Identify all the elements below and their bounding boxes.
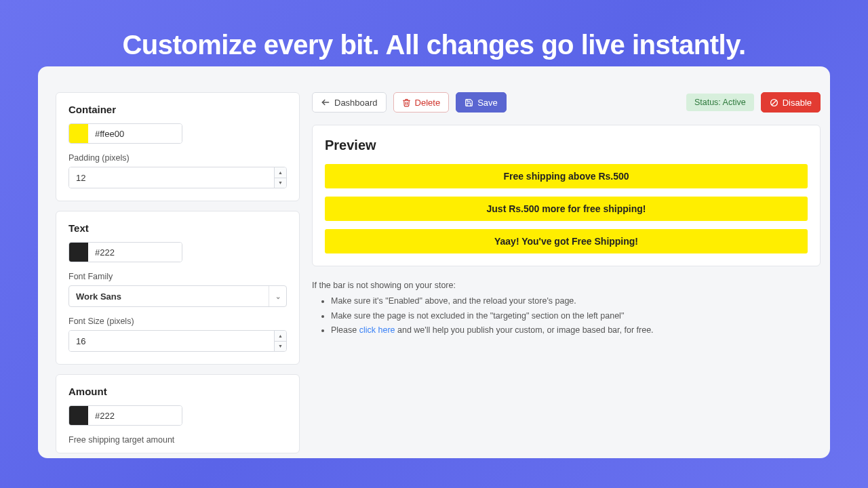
trash-icon [402, 98, 411, 107]
dashboard-button[interactable]: Dashboard [312, 92, 387, 113]
preview-title: Preview [325, 138, 808, 153]
amount-color-field[interactable] [68, 405, 182, 426]
panel-title-container: Container [68, 104, 287, 115]
panel-container: Container Padding (pixels) ▲ ▼ [56, 92, 300, 201]
font-size-label: Font Size (pixels) [68, 317, 287, 326]
target-amount-label: Free shipping target amount [68, 435, 287, 445]
text-color-input[interactable] [88, 243, 182, 262]
amount-color-swatch[interactable] [69, 406, 88, 425]
save-label: Save [477, 98, 498, 108]
app-card: Container Padding (pixels) ▲ ▼ Text [38, 66, 830, 458]
preview-bar: Yaay! You've got Free Shipping! [325, 229, 808, 253]
container-color-field[interactable] [68, 123, 182, 144]
preview-bar: Just Rs.500 more for free shipping! [325, 197, 808, 221]
text-color-swatch[interactable] [69, 243, 88, 262]
help-item: Make sure it's "Enabled" above, and the … [331, 294, 821, 308]
amount-color-input[interactable] [88, 406, 182, 425]
chevron-down-icon: ⌄ [269, 286, 286, 306]
font-size-step-down[interactable]: ▼ [275, 342, 286, 352]
disable-label: Disable [783, 98, 812, 108]
save-icon [465, 98, 473, 107]
help-text: If the bar is not showing on your store:… [312, 279, 821, 338]
font-family-label: Font Family [68, 272, 287, 281]
help-item: Make sure the page is not excluded in th… [331, 309, 821, 323]
help-intro: If the bar is not showing on your store: [312, 279, 821, 293]
font-family-value: Work Sans [76, 291, 121, 302]
container-color-swatch[interactable] [69, 124, 88, 143]
help-link[interactable]: click here [359, 325, 395, 335]
main-area: Dashboard Delete Save Status: Active [312, 76, 821, 449]
font-size-field[interactable]: ▲ ▼ [68, 330, 287, 352]
container-color-input[interactable] [88, 124, 182, 143]
preview-bar: Free shipping above Rs.500 [325, 164, 808, 188]
panel-title-amount: Amount [68, 386, 287, 397]
svg-line-2 [772, 100, 776, 105]
text-color-field[interactable] [68, 242, 182, 262]
font-size-input[interactable] [69, 331, 274, 351]
padding-field[interactable]: ▲ ▼ [68, 167, 287, 188]
disable-icon [770, 98, 778, 107]
status-badge: Status: Active [686, 94, 754, 111]
arrow-left-icon [321, 98, 330, 107]
panel-text: Text Font Family Work Sans ⌄ Font Size (… [56, 211, 300, 365]
panel-amount: Amount Free shipping target amount [56, 374, 300, 453]
delete-label: Delete [415, 98, 441, 108]
save-button[interactable]: Save [456, 92, 507, 113]
preview-card: Preview Free shipping above Rs.500 Just … [312, 125, 821, 266]
font-size-step-up[interactable]: ▲ [275, 331, 286, 342]
settings-sidebar: Container Padding (pixels) ▲ ▼ Text [47, 76, 300, 449]
padding-step-up[interactable]: ▲ [275, 167, 286, 178]
disable-button[interactable]: Disable [761, 92, 821, 113]
font-family-select[interactable]: Work Sans ⌄ [68, 285, 287, 307]
help-item: Please click here and we'll help you pub… [331, 323, 821, 338]
padding-step-down[interactable]: ▼ [275, 178, 286, 188]
dashboard-label: Dashboard [334, 98, 378, 108]
padding-input[interactable] [69, 167, 274, 188]
delete-button[interactable]: Delete [393, 92, 450, 113]
toolbar: Dashboard Delete Save Status: Active [312, 92, 821, 113]
panel-title-text: Text [68, 222, 287, 234]
padding-label: Padding (pixels) [68, 153, 287, 163]
hero-title: Customize every bit. All changes go live… [0, 0, 868, 60]
